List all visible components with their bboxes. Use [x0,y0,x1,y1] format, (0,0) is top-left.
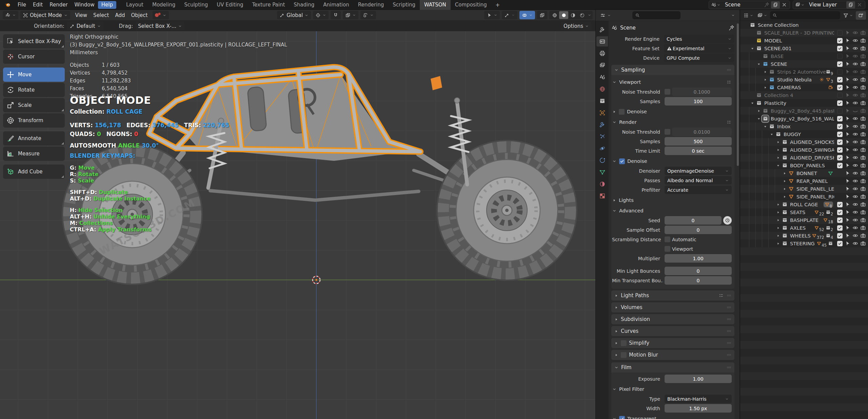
render-camera-icon[interactable] [860,139,866,145]
properties-scrollbar[interactable] [737,23,739,166]
scene-browse-icon[interactable] [710,2,722,7]
visibility-eye-icon[interactable] [852,178,858,184]
expand-toggle[interactable] [762,83,768,91]
panel-film-header[interactable]: Film [611,362,734,373]
expand-toggle[interactable] [762,76,768,83]
scene-selector[interactable]: Scene [709,1,790,9]
viewport-denoise-toggle[interactable]: Denoise [612,107,732,116]
tool-cursor[interactable]: Cursor [3,50,65,64]
selectable-icon[interactable] [845,100,850,106]
outliner-row-plasticity[interactable]: Plasticity [740,99,868,107]
selectable-icon[interactable] [845,30,850,36]
render-camera-icon[interactable] [860,163,866,168]
shading-rendered-button[interactable] [577,11,587,19]
outliner-row-buggy[interactable]: BUGGY [740,130,868,138]
exclude-checkbox[interactable] [837,116,843,121]
exclude-checkbox[interactable] [837,132,843,137]
visibility-eye-icon[interactable] [852,30,858,36]
viewport-canvas[interactable]: WATSON3D.COM [0,31,595,419]
outliner-row-collection-4[interactable]: Collection 4 [740,91,868,99]
expand-toggle[interactable] [762,68,768,76]
workspace-tab-uv-editing[interactable]: UV Editing [212,0,248,10]
properties-search-input[interactable] [632,11,680,19]
exclude-checkbox[interactable] [837,202,843,207]
expand-toggle[interactable] [781,193,788,201]
visibility-eye-icon[interactable] [852,108,858,114]
expand-toggle[interactable] [755,107,762,115]
motion-blur-checkbox[interactable] [621,352,627,358]
mode-dropdown[interactable]: Object Mode [20,11,70,19]
subpanel-viewport-header[interactable]: Viewport [612,77,732,87]
workspace-tab-shading[interactable]: Shading [289,0,319,10]
expand-toggle[interactable] [775,208,781,216]
render-camera-icon[interactable] [860,178,866,184]
properties-tab-tool[interactable] [596,24,608,35]
editor-type-button[interactable] [3,11,18,19]
exclude-checkbox[interactable] [837,77,843,82]
menu-help[interactable]: Help [98,1,116,9]
viewport-menu-view[interactable]: View [72,12,91,18]
transform-orientation-dropdown[interactable]: Global [277,11,311,19]
outliner-row-bashplate[interactable]: BASHPLATE18 [740,216,868,224]
pin-icon[interactable] [762,1,771,8]
render-noise-threshold-value[interactable]: 0.0100 [672,128,732,136]
subpanel-denoise-header[interactable]: Denoise [612,156,732,166]
subpanel-pixel-filter-header[interactable]: Pixel Filter [612,384,732,394]
exclude-checkbox[interactable] [837,30,843,36]
expand-toggle[interactable] [775,216,781,224]
visibility-eye-icon[interactable] [852,155,858,160]
visibility-eye-icon[interactable] [852,194,858,199]
render-samples-value[interactable]: 500 [665,137,732,146]
device-select[interactable]: GPU Compute [664,54,734,62]
selectable-icon[interactable] [845,186,850,192]
drag-grip-icon[interactable] [726,365,732,370]
preset-list-icon[interactable] [726,119,732,125]
tool-rotate[interactable]: Rotate [3,83,65,97]
render-camera-icon[interactable] [860,170,866,176]
outliner-row-buggy-v2-body-445-plasticity[interactable]: Buggy_v2_Body_445.plasticity [740,107,868,115]
properties-tab-particles[interactable] [596,131,608,141]
selectable-icon[interactable] [845,108,850,114]
render-camera-icon[interactable] [860,217,866,223]
outliner-row-scene[interactable]: SCENE [740,60,868,68]
drag-dropdown[interactable]: Select Box X-... [136,22,184,30]
workspace-tab-compositing[interactable]: Compositing [451,0,491,10]
expand-toggle[interactable] [749,44,755,52]
outliner-row-scale-ruler-3d-printing[interactable]: SCALE_RULER - 3D PRINTING [740,29,868,37]
visibility-eye-icon[interactable] [852,241,858,246]
exclude-checkbox[interactable] [837,93,843,98]
simplify-checkbox[interactable] [621,340,627,346]
orientation-dropdown[interactable]: Default [67,22,103,30]
panel-simplify[interactable]: Simplify [611,338,734,348]
visibility-eye-icon[interactable] [852,217,858,223]
render-camera-icon[interactable] [860,155,866,160]
exclude-checkbox[interactable] [837,147,843,153]
new-view-layer-button[interactable] [846,1,855,8]
properties-tab-constraints[interactable] [596,155,608,165]
pixel-filter-type-select[interactable]: Blackman-Harris [665,395,732,403]
exclude-checkbox[interactable] [837,210,843,215]
render-camera-icon[interactable] [860,77,866,82]
expand-toggle[interactable] [775,232,781,240]
visibility-eye-icon[interactable] [852,84,858,90]
selectable-icon[interactable] [845,147,850,153]
outliner-row-aligned-shocks[interactable]: ALIGNED_SHOCKS [740,138,868,146]
drag-grip-icon[interactable] [726,67,732,73]
visibility-eye-icon[interactable] [852,131,858,137]
outliner-scope-dropdown[interactable] [756,13,768,18]
selectable-icon[interactable] [845,209,850,215]
new-collection-button[interactable] [856,11,866,20]
view-layer-name[interactable]: View Layer [806,2,846,8]
snap-toggle[interactable] [331,11,341,19]
visibility-eye-icon[interactable] [852,53,858,59]
blender-logo-icon[interactable] [3,1,13,8]
workspace-tab-texture-paint[interactable]: Texture Paint [248,0,289,10]
viewport-samples-value[interactable]: 100 [665,97,732,106]
sample-offset-value[interactable]: 0 [665,226,732,234]
outliner-row-wheels[interactable]: WHEELS3724 [740,232,868,240]
new-scene-button[interactable] [771,1,780,8]
properties-tab-texture[interactable] [596,191,608,201]
denoiser-select[interactable]: OpenImageDenoise [665,167,732,175]
outliner-row-cameras[interactable]: CAMERAS [740,83,868,91]
selectable-icon[interactable] [845,45,850,51]
